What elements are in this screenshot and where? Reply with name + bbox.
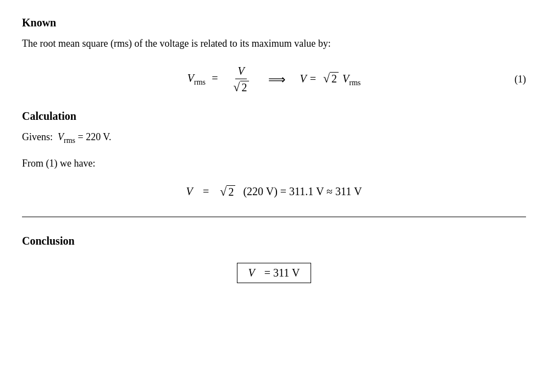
v-rhs: V = √ 2 Vrms — [300, 71, 361, 87]
equation-number-1: (1) — [514, 74, 526, 85]
implies-arrow: ⟹ — [265, 73, 289, 87]
v-rms-subscript-given: rms — [64, 136, 75, 144]
from-text: From (1) we have: — [22, 158, 95, 169]
conclusion-section: Conclusion V = 311 V — [22, 235, 526, 283]
givens-label: Givens: — [22, 131, 56, 142]
sqrt-symbol-2: √ — [323, 71, 330, 86]
equals-calc: = — [200, 185, 213, 198]
calculation-equation: V = √ 2 (220 V) = 311.1 V ≈ 311 V — [186, 185, 362, 199]
sqrt-symbol-3: √ — [220, 185, 226, 199]
from-paragraph: From (1) we have: — [22, 156, 526, 172]
equation-1-block: Vrms = V √ 2 ⟹ V = √ 2 — [22, 65, 526, 95]
sqrt-symbol-1: √ — [233, 80, 240, 95]
fraction-denominator: √ 2 — [230, 79, 252, 95]
v-rms-given: V — [58, 131, 64, 142]
v-result: V — [248, 267, 255, 279]
givens-value: = 220 V. — [78, 131, 112, 142]
fraction-numerator: V — [235, 65, 246, 79]
conclusion-result: V = 311 V — [248, 267, 300, 279]
fraction-v-sqrt2: V √ 2 — [230, 65, 252, 95]
known-section: Known The root mean square (rms) of the … — [22, 16, 526, 95]
calculation-heading: Calculation — [22, 110, 526, 123]
calc-value: (220 V) = 311.1 V ≈ 311 V — [243, 185, 362, 198]
v-rms-lhs: Vrms = — [187, 72, 222, 87]
sqrt-content-2: 2 — [240, 81, 249, 94]
givens-paragraph: Givens: Vrms = 220 V. — [22, 129, 526, 147]
v-calc-lhs: V — [186, 185, 193, 198]
conclusion-result-box: V = 311 V — [237, 263, 312, 283]
known-heading: Known — [22, 16, 526, 29]
calculation-equation-block: V = √ 2 (220 V) = 311.1 V ≈ 311 V — [22, 185, 526, 199]
result-equals: = 311 V — [262, 267, 300, 279]
equation-1: Vrms = V √ 2 ⟹ V = √ 2 — [187, 65, 361, 95]
sqrt-2-rhs: √ 2 — [323, 71, 339, 86]
sqrt-content-2c: 2 — [226, 185, 235, 198]
conclusion-equation-block: V = 311 V — [22, 263, 526, 283]
calculation-section: Calculation Givens: Vrms = 220 V. From (… — [22, 110, 526, 199]
sqrt-content-2b: 2 — [330, 72, 339, 85]
known-intro: The root mean square (rms) of the voltag… — [22, 36, 526, 52]
sqrt-2-denominator: √ 2 — [233, 80, 248, 95]
section-divider — [22, 217, 526, 217]
conclusion-heading: Conclusion — [22, 235, 526, 247]
sqrt-2-calc: √ 2 — [220, 185, 235, 199]
